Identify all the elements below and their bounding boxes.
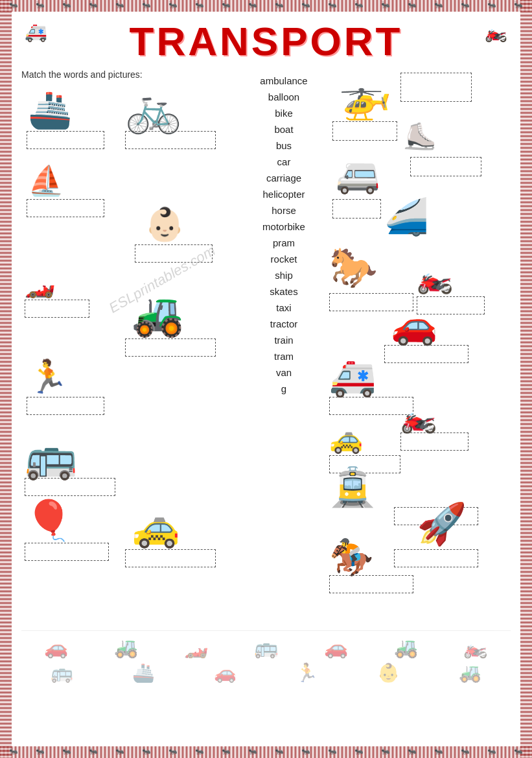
vehicle-bus: 🚌 [25, 432, 77, 482]
word-helicopter: helicopter [262, 188, 305, 200]
vehicle-car-red: 🚗 [391, 303, 437, 347]
vehicle-tractor: 🚜 [132, 290, 184, 339]
vehicle-carriage: 🐎 [329, 244, 378, 290]
vehicle-person: 🏃 [28, 358, 68, 396]
vehicle-balloon: 🎈 [25, 497, 73, 543]
answer-box-skates-right[interactable] [332, 121, 397, 141]
word-train: train [274, 334, 293, 346]
answer-box-moto-dark-right[interactable] [400, 432, 468, 451]
word-ship: ship [275, 269, 293, 281]
word-van: van [276, 366, 292, 379]
word-boat: boat [274, 123, 293, 136]
bottom-vehicle-1: 🚗 [44, 636, 68, 659]
vehicle-horse-rider: 🏇 [329, 536, 374, 578]
vehicle-tram: 🚊 [329, 465, 376, 509]
word-pram: pram [273, 237, 295, 249]
word-g: g [281, 383, 286, 395]
bottom-vehicle-8: 🚌 [51, 662, 73, 683]
vehicle-bike: 🚲 [125, 82, 181, 136]
vehicle-skates: ⛸️ [404, 121, 436, 152]
vehicle-pram: 👶🏻 [145, 206, 185, 243]
vehicle-sailboat: ⛵ [28, 163, 64, 198]
word-motorbike: motorbike [262, 220, 305, 233]
bottom-vehicle-7: 🏍️ [463, 636, 487, 659]
bottom-vehicle-13: 🚜 [459, 662, 481, 683]
bottom-vehicle-11: 🏃 [295, 662, 318, 683]
word-horse: horse [272, 204, 296, 217]
vehicle-helicopter: 🚁 [339, 73, 391, 122]
vehicle-taxi-right: 🚕 [329, 423, 363, 455]
answer-box-pram-left[interactable] [135, 244, 213, 263]
vehicle-train: 🚄 [384, 196, 429, 238]
bottom-vehicle-9: 🚢 [132, 662, 155, 683]
vehicle-motorcycle-dark: 🏍️ [400, 400, 437, 434]
vehicle-ambulance: 🚑 [329, 355, 376, 399]
word-bus: bus [276, 139, 292, 152]
vehicle-car-small: 🏎️ [25, 270, 55, 299]
word-rocket: rocket [271, 253, 297, 265]
answer-box-rocket-right[interactable] [394, 549, 478, 567]
answer-box-train-right[interactable] [332, 199, 381, 219]
vehicle-rocket: 🚀 [417, 501, 467, 547]
vehicle-ship: 🚢 [28, 89, 73, 131]
answer-box-bus-left[interactable] [25, 478, 115, 496]
bottom-vehicle-12: 👶 [377, 662, 400, 683]
bottom-vehicle-4: 🚌 [254, 636, 278, 659]
word-ambulance: ambulance [260, 75, 307, 87]
word-tram: tram [274, 350, 294, 362]
answer-box-tractor-left[interactable] [125, 338, 216, 357]
vehicle-motorbike-right: 🏍️ [417, 261, 453, 295]
answer-box-horse-right[interactable] [329, 575, 413, 593]
answer-box-helicopter-right[interactable] [400, 73, 472, 102]
answer-box-bike-left[interactable] [125, 131, 216, 149]
word-bike: bike [275, 107, 293, 119]
bottom-vehicle-6: 🚜 [394, 636, 418, 659]
answer-box-van-right[interactable] [410, 157, 481, 176]
vehicle-taxi: 🚕 [132, 504, 180, 550]
page-title: TRANSPORT [21, 18, 511, 64]
vehicle-van: 🚐 [336, 154, 380, 196]
answer-box-taxi-left[interactable] [125, 549, 216, 567]
word-taxi: taxi [276, 302, 291, 314]
word-skates: skates [270, 285, 297, 298]
answer-box-car-left[interactable] [25, 300, 89, 318]
answer-box-person-left[interactable] [27, 397, 104, 415]
word-tractor: tractor [270, 318, 298, 330]
word-carriage: carriage [266, 172, 301, 184]
bottom-vehicle-2: 🚜 [114, 636, 138, 659]
answer-box-ship-left[interactable] [27, 131, 104, 149]
bottom-vehicle-3: 🏎️ [184, 636, 208, 659]
answer-box-car-right[interactable] [384, 345, 468, 363]
word-balloon: balloon [268, 91, 299, 103]
answer-box-balloon-left[interactable] [25, 543, 109, 561]
answer-box-boat-left[interactable] [27, 199, 104, 217]
bottom-vehicle-5: 🚗 [324, 636, 348, 659]
instruction-text: Match the words and pictures: [21, 69, 242, 80]
bottom-vehicle-10: 🚗 [214, 662, 237, 683]
word-car: car [277, 156, 291, 168]
